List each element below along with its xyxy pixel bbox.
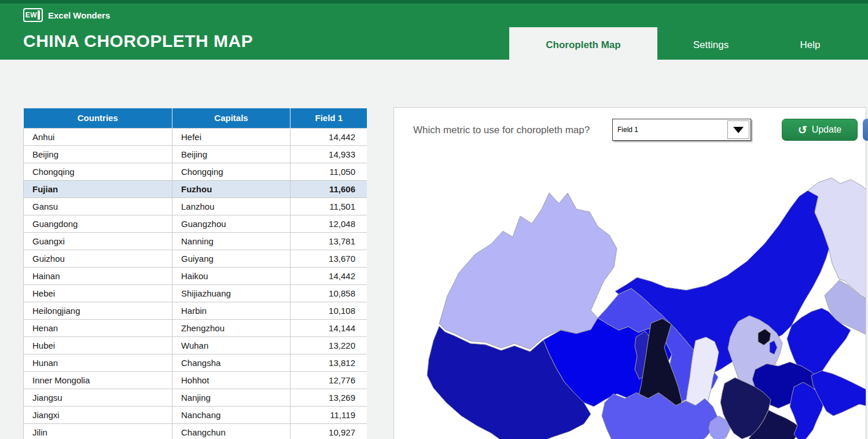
table-row[interactable]: Anhui Hefei 14,442	[24, 128, 367, 145]
update-button[interactable]: ↺ Update	[782, 119, 858, 141]
country-cell[interactable]: Guizhou	[24, 250, 172, 267]
capital-cell[interactable]: Hefei	[172, 128, 290, 145]
logo-text: EW	[25, 11, 37, 19]
value-cell[interactable]: 13,220	[290, 336, 367, 354]
value-cell[interactable]: 13,670	[290, 250, 367, 267]
table-row[interactable]: Inner Mongolia Hohhot 12,776	[24, 371, 367, 389]
country-cell[interactable]: Gansu	[24, 197, 172, 215]
country-cell[interactable]: Henan	[24, 319, 172, 336]
table-row[interactable]: Hainan Haikou 14,442	[24, 267, 367, 284]
table-row[interactable]: Hubei Wuhan 13,220	[24, 336, 367, 354]
capital-cell[interactable]: Wuhan	[172, 336, 290, 354]
country-cell[interactable]: Hunan	[24, 354, 172, 371]
china-choropleth-map	[394, 157, 866, 439]
capital-cell[interactable]: Beijing	[172, 145, 290, 163]
capital-cell[interactable]: Guiyang	[172, 250, 290, 267]
country-cell[interactable]: Inner Mongolia	[24, 371, 172, 389]
capital-cell[interactable]: Nanning	[172, 232, 290, 250]
value-cell[interactable]: 14,442	[290, 128, 367, 145]
country-cell[interactable]: Chongqing	[24, 163, 172, 180]
tab-help[interactable]: Help	[764, 27, 856, 63]
update-button-label: Update	[812, 125, 842, 135]
brand-row: EW Excel Wonders	[23, 8, 110, 22]
tab-choropleth-map[interactable]: Choropleth Map	[509, 27, 657, 63]
capital-cell[interactable]: Guangzhou	[172, 215, 290, 232]
capital-cell[interactable]: Zhengzhou	[172, 319, 290, 336]
capital-cell[interactable]: Changsha	[172, 354, 290, 371]
column-header-countries: Countries	[24, 108, 172, 128]
table-row[interactable]: Hunan Changsha 13,812	[24, 354, 367, 371]
value-cell[interactable]: 14,144	[290, 319, 367, 336]
table-row[interactable]: Jiangsu Nanjing 13,269	[24, 389, 367, 406]
country-cell[interactable]: Jiangxi	[24, 406, 172, 423]
table-row[interactable]: Fujian Fuzhou 11,606	[24, 180, 367, 197]
value-cell[interactable]: 11,501	[290, 197, 367, 215]
column-header-capitals: Capitals	[172, 108, 290, 128]
capital-cell[interactable]: Lanzhou	[172, 197, 290, 215]
capital-cell[interactable]: Hohhot	[172, 371, 290, 389]
country-cell[interactable]: Fujian	[24, 180, 172, 197]
page-title: CHINA CHOROPLETH MAP	[23, 31, 253, 51]
value-cell[interactable]: 11,119	[290, 406, 367, 423]
table-row[interactable]: Jiangxi Nanchang 11,119	[24, 406, 367, 423]
table-row[interactable]: Guangxi Nanning 13,781	[24, 232, 367, 250]
value-cell[interactable]: 12,776	[290, 371, 367, 389]
choropleth-panel: Which metric to use for choropleth map? …	[393, 107, 866, 439]
capital-cell[interactable]: Fuzhou	[172, 180, 290, 197]
country-cell[interactable]: Guangdong	[24, 215, 172, 232]
country-cell[interactable]: Guangxi	[24, 232, 172, 250]
value-cell[interactable]: 14,442	[290, 267, 367, 284]
tab-bar: Choropleth Map Settings Help	[509, 27, 856, 63]
country-cell[interactable]: Anhui	[24, 128, 172, 145]
chevron-down-icon[interactable]	[727, 120, 749, 139]
provinces-table: Countries Capitals Field 1 Anhui Hefei 1…	[23, 108, 367, 439]
country-cell[interactable]: Jiangsu	[24, 389, 172, 406]
country-cell[interactable]: Beijing	[24, 145, 172, 163]
app-header: EW Excel Wonders CHINA CHOROPLETH MAP Ch…	[0, 0, 868, 60]
country-cell[interactable]: Jilin	[24, 423, 172, 439]
metric-question-label: Which metric to use for choropleth map?	[413, 125, 590, 136]
table-row[interactable]: Jilin Changchun 10,927	[24, 423, 367, 439]
metric-dropdown[interactable]: Field 1	[612, 119, 751, 141]
tab-settings[interactable]: Settings	[657, 27, 764, 63]
capital-cell[interactable]: Nanjing	[172, 389, 290, 406]
table-row[interactable]: Henan Zhengzhou 14,144	[24, 319, 367, 336]
value-cell[interactable]: 13,812	[290, 354, 367, 371]
value-cell[interactable]: 12,048	[290, 215, 367, 232]
value-cell[interactable]: 10,927	[290, 423, 367, 439]
country-cell[interactable]: Heilongjiang	[24, 302, 172, 319]
value-cell[interactable]: 14,933	[290, 145, 367, 163]
excel-wonders-logo-icon: EW	[23, 8, 43, 22]
table-row[interactable]: Gansu Lanzhou 11,501	[24, 197, 367, 215]
region-xinjiang	[439, 193, 617, 349]
column-header-field1: Field 1	[290, 108, 367, 128]
metric-dropdown-value: Field 1	[613, 126, 638, 134]
table-row[interactable]: Guizhou Guiyang 13,670	[24, 250, 367, 267]
clipped-blue-button[interactable]	[863, 119, 868, 141]
capital-cell[interactable]: Chongqing	[172, 163, 290, 180]
capital-cell[interactable]: Changchun	[172, 423, 290, 439]
table-row[interactable]: Guangdong Guangzhou 12,048	[24, 215, 367, 232]
value-cell[interactable]: 10,858	[290, 284, 367, 302]
capital-cell[interactable]: Shijiazhuang	[172, 284, 290, 302]
table-header-row: Countries Capitals Field 1	[24, 108, 367, 128]
country-cell[interactable]: Hubei	[24, 336, 172, 354]
table-row[interactable]: Hebei Shijiazhuang 10,858	[24, 284, 367, 302]
value-cell[interactable]: 10,108	[290, 302, 367, 319]
capital-cell[interactable]: Nanchang	[172, 406, 290, 423]
country-cell[interactable]: Hebei	[24, 284, 172, 302]
brand-name: Excel Wonders	[48, 10, 110, 20]
refresh-icon: ↺	[798, 125, 807, 136]
country-cell[interactable]: Hainan	[24, 267, 172, 284]
value-cell[interactable]: 13,269	[290, 389, 367, 406]
table-row[interactable]: Heilongjiang Harbin 10,108	[24, 302, 367, 319]
capital-cell[interactable]: Haikou	[172, 267, 290, 284]
table-row[interactable]: Chongqing Chongqing 11,050	[24, 163, 367, 180]
value-cell[interactable]: 13,781	[290, 232, 367, 250]
value-cell[interactable]: 11,050	[290, 163, 367, 180]
value-cell[interactable]: 11,606	[290, 180, 367, 197]
table-row[interactable]: Beijing Beijing 14,933	[24, 145, 367, 163]
capital-cell[interactable]: Harbin	[172, 302, 290, 319]
